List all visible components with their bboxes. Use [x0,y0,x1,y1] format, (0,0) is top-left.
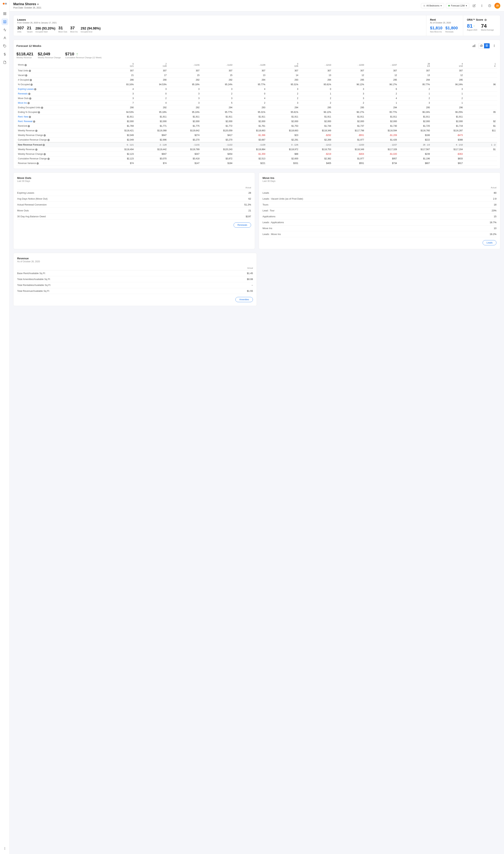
cell-value [464,73,497,78]
row-label: Total Revenue/Available Sq Ft [17,288,217,294]
col-header-12: 11/ [464,61,497,69]
cell-value: 95.77% [201,110,234,114]
cell-value: 3 [135,87,168,91]
cell-value: $1,725 [398,124,431,128]
cell-value: $23 [267,133,300,138]
cell-value: 2 [398,87,431,91]
row-label: Renewalsi [16,91,102,96]
table-row: Renewalsi30320213211 [16,91,497,96]
cell-value: 1 [431,101,464,105]
edit-button[interactable] [471,3,477,9]
cell-value: 3 [332,87,365,91]
cell-value: $3,070 [135,157,168,161]
row-value: 80 [463,190,497,196]
renewals-button[interactable]: Renewals [234,222,251,228]
cell-value [464,161,497,166]
cell-value: $1,911 [168,114,201,119]
chart-toggle [478,43,490,49]
cell-value: 1 [300,91,332,96]
cell-value: 292 [201,78,234,82]
forecast-chart-icon[interactable] [471,43,477,49]
forecast-dot [448,5,450,6]
sidebar-icon-person[interactable] [1,35,8,41]
new-revenue-header-row: New Revenue Forecasti6 - 11/12 - 11/8- 1… [16,143,497,147]
list-item: Leads : Move Ins19.2% [263,231,497,237]
ora-august-stat: 81 ↑ August 2020 [467,23,477,31]
forecast-filter[interactable]: Forecast 12W ▾ [446,3,469,8]
cell-value: $454 [201,152,234,157]
sidebar-icon-more[interactable] [1,845,8,852]
cell-value: 15 [168,73,201,78]
row-value: $1.55 [217,288,253,294]
topbar-right: ⊞ All Bedrooms ▾ Forecast 12W ▾ JD [421,3,500,9]
sidebar-icon-grid[interactable] [1,10,8,17]
svg-point-13 [482,5,482,5]
row-info-icon: i [43,153,46,155]
sidebar-icon-chart[interactable] [1,26,8,33]
cell-value: 3 [201,96,234,101]
forecast-metrics: $118,421 Weekly Revenue $2,049 Weekly Re… [16,52,497,59]
cell-value: 2 [365,91,398,96]
cell-value: $117,204 [431,147,464,152]
cell-value: $2,000 [234,119,267,124]
new-rev-col-1: 2 - 11/8 [135,143,168,147]
leads-button[interactable]: Leads [483,240,497,245]
list-item: Tours18 [263,202,497,208]
cell-value: 96.12% [332,82,365,87]
cell-value: 95.31% [234,110,267,114]
cell-value: 294 [267,105,300,110]
new-rev-col-0: 6 - 11/1 [102,143,135,147]
cell-value: $117,328 [365,147,398,152]
sidebar-icon-building[interactable] [1,18,8,25]
cell-value: 294 [201,105,234,110]
list-item: Actual Renewal Conversion51.2% [17,202,251,208]
user-avatar[interactable]: JD [494,3,500,9]
more-options-button[interactable] [479,3,485,9]
sidebar-icon-tag[interactable] [1,43,8,50]
cell-value: $166 [398,133,431,138]
cell-value: 1 [398,91,431,96]
row-value: 21 [208,208,251,214]
table-row: Revenue Variancei$74$74$147$184$221$331$… [16,161,497,166]
cell-value: $3,687 [234,138,267,142]
forecast-more-button[interactable] [491,43,497,49]
chart-toggle-table[interactable] [484,43,490,48]
chart-toggle-bar[interactable] [479,43,484,48]
help-button[interactable] [487,3,492,9]
cell-value: 307 [300,69,332,73]
weekly-revenue-metric: $118,421 Weekly Revenue [16,52,33,59]
svg-point-28 [494,44,494,45]
cell-value: $2,123 [102,152,135,157]
new-rev-col-9: 28 - 1/3 [398,143,431,147]
cell-value: $1 [464,147,497,152]
cell-value: $3,872 [201,157,234,161]
cell-value: $117,798 [332,128,365,133]
row-info-icon: i [29,70,31,72]
cell-value: $118,884 [234,147,267,152]
row-label: Vacanti [16,73,102,78]
cell-value: 2 [398,96,431,101]
rent-title: Rent [430,18,460,21]
cell-value [464,78,497,82]
sidebar-icon-dollar[interactable] [1,51,8,57]
cell-value: 286 [102,78,135,82]
forecast-table-container[interactable]: Weeksi611/1211/8- 11/15- 11/22- 11/29012… [16,61,497,166]
row-label: Expiring Leases [17,190,208,196]
cell-value: 2 [135,96,168,101]
sidebar-icon-document[interactable] [1,59,8,66]
svg-rect-2 [3,12,4,13]
cell-value: 4 [135,101,168,105]
cell-value: 96.17% [365,82,398,87]
row-info-icon: i [29,116,31,118]
cell-value: 2 [267,96,300,101]
cell-value: 3 [398,101,431,105]
cell-value: $11 [464,128,497,133]
table-row: Cumulative Revenue Changei$2,049$2,996$3… [16,138,497,142]
cell-value: $1,753 [267,124,300,128]
bedrooms-filter[interactable]: ⊞ All Bedrooms ▾ [421,3,444,8]
svg-rect-19 [474,45,474,47]
amenities-button[interactable]: Amenities [235,297,253,302]
cell-value: $1,911 [300,114,332,119]
cell-value: 3 [267,87,300,91]
property-name[interactable]: Marina Shores ▾ [13,2,41,6]
